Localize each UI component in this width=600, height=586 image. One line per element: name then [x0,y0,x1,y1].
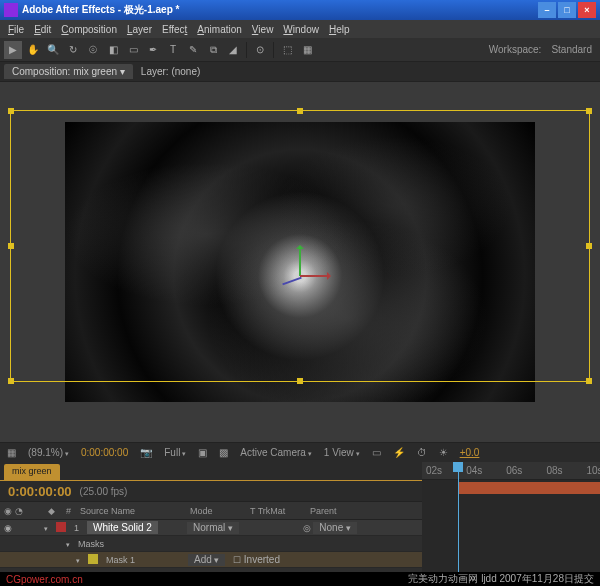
roi-icon[interactable]: ▣ [195,447,210,458]
mask-swatch[interactable] [88,554,98,564]
app-icon [4,3,18,17]
layer-duration-bar[interactable] [458,482,600,494]
trkmat-column[interactable]: T TrkMat [246,506,306,516]
label-column[interactable]: ◆ [44,506,62,516]
composition-tab[interactable]: Composition: mix green ▾ [4,64,133,79]
close-button[interactable]: × [578,2,596,18]
parent-dropdown[interactable]: None ▾ [313,522,356,534]
text-tool-icon[interactable]: T [164,41,182,59]
y-axis-icon[interactable] [299,246,301,276]
composition-viewer[interactable] [0,82,600,442]
time-ruler[interactable]: 02s04s06s08s10s [422,462,600,480]
zoom-tool-icon[interactable]: 🔍 [44,41,62,59]
source-column[interactable]: Source Name [76,506,186,516]
exposure-value[interactable]: +0.0 [457,447,483,458]
camera-dropdown[interactable]: Active Camera [237,447,315,458]
z-axis-icon[interactable] [282,277,301,286]
menubar: File Edit Composition Layer Effect Anima… [0,20,600,38]
anchor-icon[interactable]: ⊙ [251,41,269,59]
credit-bar: CGpower.com.cn 完美动力动画网 ljdd 2007年11月28日提… [0,572,600,586]
resolution-dropdown[interactable]: Full [161,447,189,458]
viewer-status-bar: ▦ (89.1%) 0:00:00:00 📷 Full ▣ ▩ Active C… [0,442,600,462]
twirl-icon[interactable] [72,555,84,565]
menu-edit[interactable]: Edit [30,22,55,37]
layer-number: 1 [70,523,83,533]
timeline-icon[interactable]: ⏱ [414,447,430,458]
mask-name[interactable]: Mask 1 [102,555,184,565]
layer-name[interactable]: White Solid 2 [87,521,158,534]
fps-display: (25.00 fps) [80,486,128,497]
camera-tool-icon[interactable]: ⦾ [84,41,102,59]
twirl-icon[interactable] [40,523,52,533]
fast-preview-icon[interactable]: ⚡ [390,447,408,458]
blend-mode-dropdown[interactable]: Normal ▾ [187,522,239,534]
mode-column[interactable]: Mode [186,506,246,516]
snap-icon[interactable]: ⬚ [278,41,296,59]
transparency-icon[interactable]: ▩ [216,447,231,458]
pixel-aspect-icon[interactable]: ▭ [369,447,384,458]
time-display[interactable]: 0:00:00:00 [78,447,131,458]
x-axis-icon[interactable] [300,275,330,277]
hand-tool-icon[interactable]: ✋ [24,41,42,59]
menu-composition[interactable]: Composition [57,22,121,37]
eraser-tool-icon[interactable]: ◢ [224,41,242,59]
brush-tool-icon[interactable]: ✎ [184,41,202,59]
selection-tool-icon[interactable]: ▶ [4,41,22,59]
menu-effect[interactable]: Effect [158,22,191,37]
label-swatch[interactable] [56,522,66,532]
timeline-tab[interactable]: mix green [4,464,60,480]
menu-view[interactable]: View [248,22,278,37]
twirl-icon[interactable] [62,539,74,549]
titlebar: Adobe After Effects - 极光-1.aep * – □ × [0,0,600,20]
snapshot-icon[interactable]: 📷 [137,447,155,458]
menu-file[interactable]: File [4,22,28,37]
menu-window[interactable]: Window [279,22,323,37]
credit-site: CGpower.com.cn [6,574,83,585]
comp-panel-tabs: Composition: mix green ▾ Layer: (none) [0,62,600,82]
toolbar: ▶ ✋ 🔍 ↻ ⦾ ◧ ▭ ✒ T ✎ ⧉ ◢ ⊙ ⬚ ▦ Workspace:… [0,38,600,62]
grid-icon[interactable]: ▦ [298,41,316,59]
workspace-dropdown[interactable]: Standard [547,44,596,55]
av-column-icon[interactable]: ◉ ◔ [0,506,44,516]
current-time[interactable]: 0:00:00:00 [8,484,72,499]
maximize-button[interactable]: □ [558,2,576,18]
minimize-button[interactable]: – [538,2,556,18]
pan-behind-tool-icon[interactable]: ◧ [104,41,122,59]
num-column[interactable]: # [62,506,76,516]
exposure-icon[interactable]: ☀ [436,447,451,458]
view-dropdown[interactable]: 1 View [321,447,363,458]
visibility-toggle-icon[interactable]: ◉ [0,523,12,533]
parent-column[interactable]: Parent [306,506,386,516]
menu-help[interactable]: Help [325,22,354,37]
rotate-tool-icon[interactable]: ↻ [64,41,82,59]
workspace-label: Workspace: [485,44,546,55]
mask-tool-icon[interactable]: ▭ [124,41,142,59]
grid-toggle-icon[interactable]: ▦ [4,447,19,458]
mask-mode-dropdown[interactable]: Add ▾ [188,554,225,566]
layer-tab[interactable]: Layer: (none) [141,66,200,77]
zoom-dropdown[interactable]: (89.1%) [25,447,72,458]
timeline-graph[interactable]: 02s04s06s08s10s [422,462,600,572]
playhead[interactable] [458,462,459,572]
menu-layer[interactable]: Layer [123,22,156,37]
pen-tool-icon[interactable]: ✒ [144,41,162,59]
credit-text: 完美动力动画网 ljdd 2007年11月28日提交 [408,572,594,586]
menu-animation[interactable]: Animation [193,22,245,37]
window-title: Adobe After Effects - 极光-1.aep * [22,3,538,17]
canvas[interactable] [65,122,535,402]
clone-tool-icon[interactable]: ⧉ [204,41,222,59]
